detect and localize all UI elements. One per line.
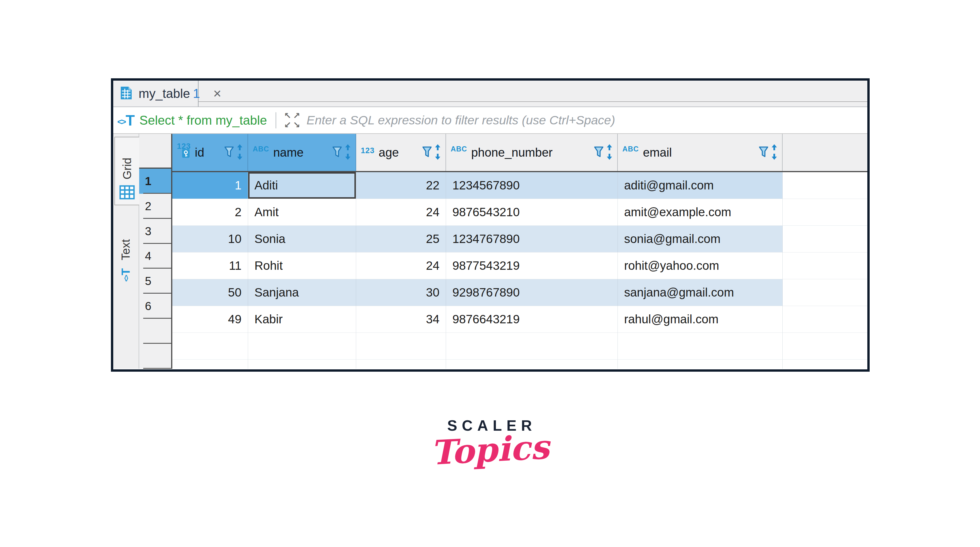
cell-empty[interactable]: [446, 360, 618, 369]
cell-email[interactable]: rohit@yahoo.com: [618, 252, 783, 279]
cell-id[interactable]: 11: [172, 252, 248, 279]
cell-age[interactable]: 34: [356, 306, 446, 333]
cell-name[interactable]: Sanjana: [248, 279, 356, 306]
cell-phone_number[interactable]: 9298767890: [446, 279, 618, 306]
close-icon[interactable]: ×: [213, 87, 221, 100]
cell-phone_number[interactable]: 1234567890: [446, 172, 618, 199]
column-header-email[interactable]: ABCemail: [618, 134, 783, 171]
rail-tab-text[interactable]: Text <>T: [113, 219, 138, 285]
cell-filler[interactable]: [783, 360, 867, 369]
filter-separator: [275, 112, 276, 128]
numeric-type-icon: 123: [177, 143, 191, 159]
cell-name[interactable]: Rohit: [248, 252, 356, 279]
column-header-id[interactable]: 123id: [172, 134, 248, 171]
cell-age[interactable]: 22: [356, 172, 446, 199]
filter-icon[interactable]: [332, 146, 342, 159]
column-label: phone_number: [471, 146, 553, 160]
column-header-age[interactable]: 123age: [356, 134, 446, 171]
row-number-cell[interactable]: 6: [139, 294, 171, 319]
column-label: id: [195, 146, 204, 160]
filter-sql-text[interactable]: Select * from my_table: [140, 113, 267, 128]
cell-email[interactable]: sanjana@gmail.com: [618, 279, 783, 306]
sort-icon[interactable]: [771, 144, 778, 161]
numeric-type-icon: 123: [361, 147, 375, 155]
sort-icon[interactable]: [606, 144, 612, 161]
cell-filler[interactable]: [783, 279, 867, 306]
text-tab-sql-icon: <>T: [120, 268, 131, 282]
cell-filler[interactable]: [783, 226, 867, 252]
tab-strip: my_table1 ×: [113, 81, 867, 107]
table-row-empty: [172, 360, 867, 369]
row-number-cell[interactable]: 5: [139, 269, 171, 294]
cell-age[interactable]: 24: [356, 252, 446, 279]
cell-filler[interactable]: [783, 333, 867, 360]
sort-icon[interactable]: [345, 144, 351, 161]
cell-empty[interactable]: [356, 360, 446, 369]
row-number-gutter: 123456: [139, 134, 172, 369]
rail-tab-grid[interactable]: Grid: [115, 137, 139, 205]
cell-phone_number[interactable]: 1234767890: [446, 226, 618, 252]
row-number-cell-empty[interactable]: [139, 319, 171, 344]
row-number-cell-empty[interactable]: [139, 344, 171, 369]
cell-empty[interactable]: [248, 360, 356, 369]
cell-phone_number[interactable]: 9876643219: [446, 306, 618, 333]
table-row: 49Kabir349876643219rahul@gmail.com: [172, 306, 867, 333]
cell-id[interactable]: 10: [172, 226, 248, 252]
sql-text-icon: <>T: [117, 113, 135, 128]
cell-filler[interactable]: [783, 252, 867, 279]
sort-icon[interactable]: [237, 144, 243, 161]
cell-email[interactable]: amit@example.com: [618, 199, 783, 226]
grid-header-row: 123idABCname123ageABCphone_numberABCemai…: [172, 134, 867, 172]
tab-my-table[interactable]: my_table1 ×: [113, 81, 199, 106]
cell-name[interactable]: Kabir: [248, 306, 356, 333]
cell-name[interactable]: Amit: [248, 199, 356, 226]
cell-empty[interactable]: [446, 333, 618, 360]
row-number-cell[interactable]: 2: [139, 194, 171, 219]
cell-id[interactable]: 1: [172, 172, 248, 199]
row-number-cell[interactable]: 1: [139, 169, 171, 194]
column-label: email: [643, 146, 672, 160]
column-label: name: [273, 146, 304, 160]
cell-empty[interactable]: [172, 360, 248, 369]
cell-empty[interactable]: [618, 333, 783, 360]
filter-icon[interactable]: [224, 146, 234, 159]
filter-bar: <>T Select * from my_table ↖↗↙↘: [113, 107, 867, 134]
cell-email[interactable]: aditi@gmail.com: [618, 172, 783, 199]
cell-phone_number[interactable]: 9876543210: [446, 199, 618, 226]
cell-empty[interactable]: [172, 333, 248, 360]
filter-icon[interactable]: [759, 146, 769, 159]
cell-filler[interactable]: [783, 172, 867, 199]
cell-age[interactable]: 30: [356, 279, 446, 306]
cell-empty[interactable]: [356, 333, 446, 360]
cell-age[interactable]: 25: [356, 226, 446, 252]
filter-input[interactable]: [307, 113, 867, 127]
sort-icon[interactable]: [434, 144, 441, 161]
cell-id[interactable]: 50: [172, 279, 248, 306]
cell-filler[interactable]: [783, 199, 867, 226]
cell-id[interactable]: 2: [172, 199, 248, 226]
row-number-cell[interactable]: 4: [139, 244, 171, 269]
cell-phone_number[interactable]: 9877543219: [446, 252, 618, 279]
table-row: 2Amit249876543210amit@example.com: [172, 199, 867, 226]
cell-id[interactable]: 49: [172, 306, 248, 333]
column-header-phone_number[interactable]: ABCphone_number: [446, 134, 618, 171]
results-panel: my_table1 × <>T Select * from my_table ↖…: [111, 78, 870, 372]
cell-email[interactable]: sonia@gmail.com: [618, 226, 783, 252]
filter-icon[interactable]: [593, 146, 604, 159]
cell-name[interactable]: Aditi: [248, 172, 356, 199]
cell-filler[interactable]: [783, 306, 867, 333]
column-header-name[interactable]: ABCname: [248, 134, 356, 171]
table-row: 10Sonia251234767890sonia@gmail.com: [172, 226, 867, 252]
cell-empty[interactable]: [618, 360, 783, 369]
expand-arrows-icon[interactable]: ↖↗↙↘: [284, 111, 300, 129]
cell-name[interactable]: Sonia: [248, 226, 356, 252]
tab-strip-divider: [199, 101, 867, 102]
row-number-cell[interactable]: 3: [139, 219, 171, 244]
cell-email[interactable]: rahul@gmail.com: [618, 306, 783, 333]
cell-age[interactable]: 24: [356, 199, 446, 226]
table-grid-icon: [119, 86, 133, 101]
cell-empty[interactable]: [248, 333, 356, 360]
filter-icon[interactable]: [422, 146, 432, 159]
grid-body: 1Aditi221234567890aditi@gmail.com2Amit24…: [172, 172, 867, 369]
text-type-icon: ABC: [253, 145, 269, 152]
